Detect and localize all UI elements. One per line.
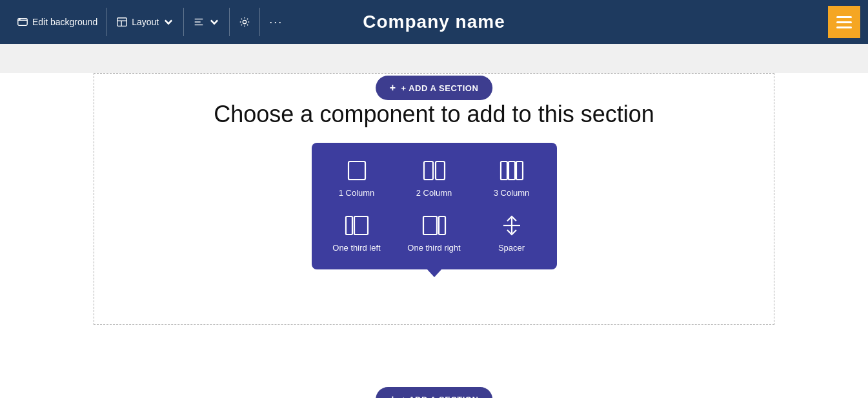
- layout-button[interactable]: Layout: [107, 8, 184, 36]
- svg-rect-16: [436, 162, 445, 180]
- ellipsis-icon: ···: [269, 16, 283, 29]
- svg-rect-22: [423, 216, 437, 235]
- svg-rect-21: [354, 216, 368, 235]
- svg-rect-23: [439, 216, 445, 235]
- three-column-icon: [500, 158, 524, 183]
- align-button[interactable]: [184, 8, 230, 36]
- svg-rect-20: [346, 216, 352, 235]
- svg-point-1: [19, 19, 20, 19]
- layout-icon: [116, 16, 128, 28]
- spacer-icon: [500, 213, 524, 238]
- popup-three-column[interactable]: 3 Column: [476, 154, 548, 203]
- edit-background-icon: [17, 16, 28, 28]
- popup-two-column[interactable]: 2 Column: [398, 154, 470, 203]
- toolbar: Edit background Layout: [0, 0, 868, 44]
- hamburger-line-2: [836, 21, 852, 23]
- section-container: Choose a component to add to this sectio…: [94, 73, 774, 325]
- svg-rect-14: [348, 162, 365, 180]
- add-section-top-button[interactable]: + + ADD A SECTION: [376, 76, 493, 100]
- add-section-bottom-button[interactable]: + + ADD A SECTION: [376, 387, 493, 398]
- layout-popup: 1 Column 2 Column: [312, 143, 557, 269]
- components-row: T Text Button: [94, 149, 774, 232]
- svg-rect-2: [117, 18, 126, 26]
- gear-icon: [239, 16, 250, 28]
- toolbar-left: Edit background Layout: [8, 8, 292, 36]
- chevron-down-icon: [163, 16, 174, 28]
- add-section-bottom: + + ADD A SECTION: [376, 387, 493, 398]
- align-icon: [193, 16, 205, 28]
- more-options-button[interactable]: ···: [260, 8, 292, 36]
- popup-spacer[interactable]: Spacer: [476, 209, 548, 258]
- popup-one-column[interactable]: 1 Column: [321, 154, 393, 203]
- hamburger-button[interactable]: [828, 6, 860, 38]
- svg-point-8: [243, 20, 247, 23]
- svg-rect-19: [516, 162, 523, 180]
- plus-icon-top: +: [390, 82, 396, 94]
- company-name: Company name: [363, 12, 505, 32]
- svg-rect-15: [424, 162, 433, 180]
- popup-one-third-right[interactable]: One third right: [398, 209, 470, 258]
- svg-rect-18: [509, 162, 515, 180]
- two-column-icon: [422, 158, 447, 183]
- one-column-icon: [345, 158, 369, 183]
- toolbar-center: Company name: [363, 12, 505, 32]
- hamburger-line-3: [836, 26, 852, 28]
- hamburger-line-1: [836, 16, 852, 18]
- settings-button[interactable]: [230, 8, 260, 36]
- svg-rect-17: [501, 162, 507, 180]
- chevron-down-icon-2: [208, 16, 220, 28]
- main-content: + + ADD A SECTION Choose a component to …: [0, 73, 868, 398]
- add-section-top: + + ADD A SECTION: [376, 76, 493, 100]
- edit-background-button[interactable]: Edit background: [8, 8, 107, 36]
- plus-icon-bottom: +: [390, 393, 396, 398]
- popup-one-third-left[interactable]: One third left: [321, 209, 393, 258]
- one-third-right-icon: [422, 213, 447, 238]
- one-third-left-icon: [345, 213, 369, 238]
- toolbar-right: [828, 6, 860, 38]
